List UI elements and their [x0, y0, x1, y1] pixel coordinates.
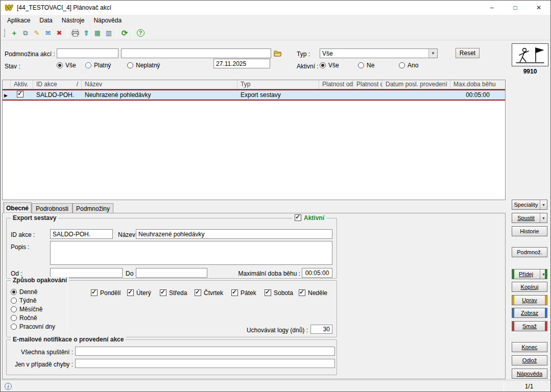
- table-row[interactable]: ▶ SALDO-POH. Neuhrazené pohledávky Expor…: [3, 89, 505, 101]
- id-akce-input[interactable]: [50, 229, 113, 239]
- column-header-platnost-do[interactable]: Platnost do: [353, 80, 382, 89]
- kopiruj-label: Kopíruj: [512, 282, 547, 291]
- freq-radio-rocne[interactable]: Ročně: [11, 314, 37, 322]
- aktivni-radio-vse[interactable]: Vše: [320, 61, 339, 69]
- menu-nastroje[interactable]: Nástroje: [57, 15, 89, 26]
- day-nedele-field[interactable]: Neděle: [299, 289, 327, 297]
- copy-button[interactable]: ⧉: [20, 28, 31, 39]
- speciality-button[interactable]: Speciality ▼: [512, 200, 547, 210]
- day-ctvrtek-checkbox[interactable]: [195, 289, 201, 296]
- aktivni-radio-ano[interactable]: Ano: [399, 61, 418, 69]
- day-patek-checkbox[interactable]: [231, 289, 238, 296]
- stav-radio-vse[interactable]: Vše: [57, 61, 76, 69]
- maximize-button[interactable]: □: [504, 1, 527, 15]
- chevron-down-icon[interactable]: ▼: [540, 200, 547, 209]
- freq-radio-tydne[interactable]: Týdně: [11, 297, 36, 304]
- info-icon[interactable]: i: [5, 383, 12, 390]
- freq-rocne-label: Ročně: [19, 314, 37, 322]
- pridej-button[interactable]: Přidej ▼: [512, 269, 547, 279]
- stav-radio-platny[interactable]: Platný: [85, 61, 111, 69]
- stav-radio-neplatny[interactable]: Neplatný: [127, 61, 160, 69]
- odloz-button[interactable]: Odlož: [512, 355, 547, 365]
- chevron-down-icon[interactable]: ▼: [540, 270, 547, 279]
- day-sobota-field[interactable]: Sobota: [265, 289, 293, 297]
- max-doba-input[interactable]: [302, 268, 332, 278]
- row-nazev: Neuhrazené pohledávky: [82, 91, 237, 99]
- tab-podrobnosti[interactable]: Podrobnosti: [32, 203, 73, 213]
- day-sobota-checkbox[interactable]: [265, 289, 271, 296]
- group-divider: [67, 286, 67, 333]
- refresh-button[interactable]: ⟳: [119, 28, 130, 39]
- day-patek-field[interactable]: Pátek: [231, 289, 256, 297]
- new-button[interactable]: +: [9, 28, 20, 39]
- minimize-button[interactable]: –: [480, 1, 504, 15]
- zobraz-button[interactable]: Zobraz: [512, 308, 547, 318]
- typ-dropdown[interactable]: Vše ▼: [320, 48, 438, 58]
- column-header-nazev[interactable]: Název: [82, 80, 237, 89]
- uprav-button[interactable]: Uprav: [512, 295, 547, 305]
- podmnozina-code-input[interactable]: [57, 48, 118, 58]
- day-pondeli-field[interactable]: Pondělí: [91, 289, 121, 297]
- delete-button[interactable]: ✖: [54, 28, 65, 39]
- podmnoz-button[interactable]: Podmnož.: [512, 247, 547, 257]
- help-button[interactable]: ?: [135, 28, 146, 39]
- print-button[interactable]: [69, 28, 81, 39]
- tab-obecne[interactable]: Obecné: [3, 202, 32, 213]
- do-input[interactable]: [136, 268, 207, 278]
- export-button[interactable]: ⇧: [81, 28, 92, 39]
- tab-podmnoziny[interactable]: Podmnožiny: [73, 203, 113, 213]
- row-selector-header[interactable]: [3, 80, 11, 89]
- chevron-down-icon[interactable]: ▼: [540, 213, 547, 223]
- freq-radio-mesicne[interactable]: Měsíčně: [11, 305, 42, 313]
- aktivni-ne-label: Ne: [367, 62, 374, 69]
- group-zpusob-opakovani: Způsob opakování Denně Týdně Měsíčně Roč…: [6, 280, 337, 337]
- toolbar-separator: [67, 29, 67, 38]
- open-subset-button[interactable]: [273, 48, 283, 58]
- column-header-max-doba[interactable]: Max.doba běhu: [450, 80, 505, 89]
- day-utery-field[interactable]: Úterý: [127, 289, 151, 297]
- popis-textarea[interactable]: [50, 241, 332, 265]
- columns-button[interactable]: ▥: [103, 28, 114, 39]
- day-streda-field[interactable]: Středa: [160, 289, 187, 297]
- freq-radio-denne[interactable]: Denně: [11, 288, 37, 296]
- freq-radio-pracovni-dny[interactable]: Pracovní dny: [11, 323, 55, 330]
- kopiruj-button[interactable]: Kopíruj: [512, 282, 547, 292]
- historie-button[interactable]: Historie: [512, 226, 547, 236]
- konec-button[interactable]: Konec: [512, 342, 547, 352]
- column-header-aktiv[interactable]: Aktiv.: [11, 80, 33, 89]
- menu-data[interactable]: Data: [35, 15, 57, 26]
- aktivni-checkbox-field[interactable]: Aktivní: [293, 214, 326, 222]
- row-aktiv-checkbox[interactable]: [17, 91, 23, 97]
- close-button[interactable]: ✕: [527, 1, 550, 15]
- column-header-datum-posl[interactable]: Datum posl. provedení: [382, 80, 450, 89]
- day-nedele-checkbox[interactable]: [299, 289, 305, 296]
- aktivni-radio-ne[interactable]: Ne: [358, 61, 374, 69]
- column-header-platnost-od[interactable]: Platnost od: [319, 80, 353, 89]
- podmnoz-label: Podmnož.: [512, 248, 547, 257]
- day-pondeli-checkbox[interactable]: [91, 289, 98, 296]
- toolbar-grip[interactable]: [4, 29, 6, 37]
- smaz-button[interactable]: Smaž: [512, 321, 547, 331]
- date-input[interactable]: [213, 59, 270, 68]
- vsechna-spusteni-input[interactable]: [75, 347, 335, 356]
- menu-napoveda[interactable]: Nápověda: [89, 15, 126, 26]
- aktivni-checkbox[interactable]: [295, 214, 301, 221]
- reset-button[interactable]: Reset: [456, 48, 480, 58]
- menu-aplikace[interactable]: Aplikace: [3, 15, 35, 26]
- typ-label: Typ :: [297, 50, 310, 58]
- group-export-sestavy: Export sestavy Aktivní ID akce : Název :…: [6, 218, 337, 279]
- spustit-button[interactable]: Spustit ▼: [512, 213, 547, 223]
- day-ctvrtek-field[interactable]: Čtvrtek: [195, 289, 223, 297]
- column-header-id-akce[interactable]: ID akce /: [33, 80, 82, 89]
- napoveda-button[interactable]: Nápověda: [512, 369, 547, 379]
- column-header-typ[interactable]: Typ: [237, 80, 319, 89]
- table-view-button[interactable]: ▦: [92, 28, 103, 39]
- email-button[interactable]: ✉: [42, 28, 54, 39]
- day-streda-checkbox[interactable]: [160, 289, 166, 296]
- podmnozina-name-input[interactable]: [121, 48, 271, 58]
- nazev-input[interactable]: [136, 229, 332, 239]
- edit-button[interactable]: ✎: [31, 28, 42, 39]
- jen-chyby-input[interactable]: [75, 359, 335, 368]
- logs-input[interactable]: [310, 325, 332, 334]
- day-utery-checkbox[interactable]: [127, 289, 134, 296]
